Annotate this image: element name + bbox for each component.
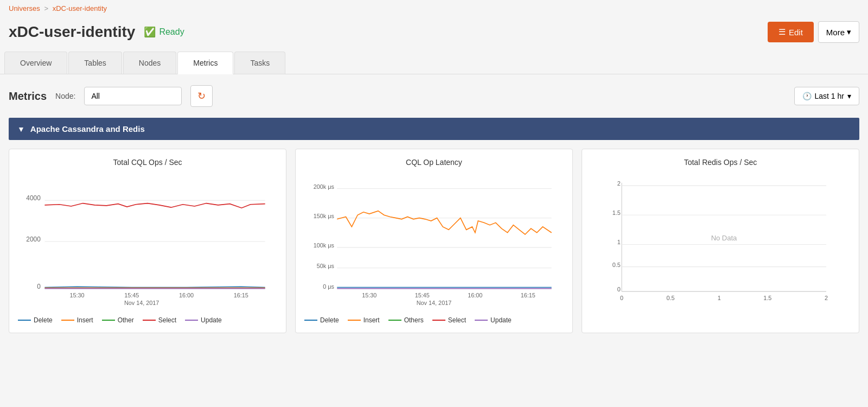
legend-latency-insert-line <box>348 320 361 321</box>
svg-text:No Data: No Data <box>711 234 737 242</box>
chart-cql-ops-legend: Delete Insert Other Select Update <box>18 316 277 324</box>
section-header[interactable]: ▼ Apache Cassandra and Redis <box>9 118 859 140</box>
legend-latency-insert-label: Insert <box>363 316 380 324</box>
svg-text:0: 0 <box>37 283 41 290</box>
check-circle-icon: ✅ <box>144 26 156 38</box>
edit-icon: ☰ <box>778 27 786 37</box>
svg-text:Nov 14, 2017: Nov 14, 2017 <box>417 300 451 306</box>
time-range-button[interactable]: 🕐 Last 1 hr ▾ <box>794 87 859 105</box>
time-range-label: Last 1 hr <box>815 92 844 100</box>
svg-text:15:45: 15:45 <box>415 292 430 298</box>
legend-insert-line <box>61 320 74 321</box>
svg-text:4000: 4000 <box>26 194 41 202</box>
legend-other-line <box>102 320 115 321</box>
svg-text:Nov 14, 2017: Nov 14, 2017 <box>124 300 159 306</box>
svg-text:0: 0 <box>617 286 621 292</box>
chevron-down-icon: ▾ <box>847 92 851 100</box>
legend-latency-update: Update <box>475 316 512 324</box>
svg-text:16:15: 16:15 <box>521 292 535 298</box>
svg-text:0.5: 0.5 <box>666 295 674 301</box>
svg-text:16:15: 16:15 <box>234 292 248 298</box>
svg-text:150k μs: 150k μs <box>314 213 335 219</box>
tab-metrics[interactable]: Metrics <box>177 52 233 74</box>
chart-cql-latency-svg: 200k μs 150k μs 100k μs 50k μs 0 μs 15:3… <box>304 171 564 312</box>
svg-text:200k μs: 200k μs <box>314 183 335 190</box>
content-area: Metrics Node: All ↻ 🕐 Last 1 hr ▾ ▼ Apac… <box>0 74 868 344</box>
breadcrumb-universes[interactable]: Universes <box>9 4 40 12</box>
legend-latency-update-label: Update <box>490 316 512 324</box>
page-title-area: xDC-user-identity ✅ Ready <box>9 23 184 41</box>
metrics-header: Metrics Node: All ↻ 🕐 Last 1 hr ▾ <box>9 85 859 107</box>
metrics-title: Metrics <box>9 90 47 103</box>
legend-select-line <box>143 320 156 321</box>
chart-redis-ops: Total Redis Ops / Sec 2 1.5 1 0.5 0 <box>582 149 859 333</box>
node-label: Node: <box>55 92 75 100</box>
legend-select: Select <box>143 316 176 324</box>
svg-text:2000: 2000 <box>26 236 41 243</box>
svg-text:15:30: 15:30 <box>362 292 376 298</box>
legend-delete-line <box>18 320 31 321</box>
chevron-icon: ▼ <box>17 125 25 133</box>
chart-redis-ops-title: Total Redis Ops / Sec <box>591 158 850 167</box>
tab-tables[interactable]: Tables <box>68 52 122 74</box>
svg-text:2: 2 <box>825 295 828 301</box>
section-title: Apache Cassandra and Redis <box>30 124 145 133</box>
edit-button[interactable]: ☰ Edit <box>768 22 814 42</box>
tab-tasks[interactable]: Tasks <box>234 52 285 74</box>
chart-redis-ops-svg: 2 1.5 1 0.5 0 0 0.5 <box>591 171 850 312</box>
breadcrumb-universe-name[interactable]: xDC-user-identity <box>53 4 107 12</box>
status-text: Ready <box>159 27 184 37</box>
legend-select-label: Select <box>158 316 176 324</box>
status-badge: ✅ Ready <box>144 26 184 38</box>
legend-insert: Insert <box>61 316 93 324</box>
legend-delete: Delete <box>18 316 53 324</box>
legend-latency-delete: Delete <box>304 316 339 324</box>
clock-icon: 🕐 <box>802 92 812 100</box>
refresh-button[interactable]: ↻ <box>190 85 213 107</box>
legend-update: Update <box>185 316 222 324</box>
svg-text:2: 2 <box>617 180 621 187</box>
tab-overview[interactable]: Overview <box>4 52 67 74</box>
tab-bar: Overview Tables Nodes Metrics Tasks <box>0 52 868 74</box>
svg-text:16:00: 16:00 <box>468 292 482 298</box>
legend-latency-update-line <box>475 320 488 321</box>
svg-text:50k μs: 50k μs <box>317 263 335 269</box>
chart-cql-ops-svg: 4000 2000 0 15:30 15:45 16:00 16:15 Nov … <box>18 171 277 312</box>
svg-text:0.5: 0.5 <box>612 262 621 268</box>
more-button[interactable]: More ▾ <box>818 21 859 43</box>
legend-latency-insert: Insert <box>348 316 380 324</box>
tab-nodes[interactable]: Nodes <box>123 52 176 74</box>
svg-text:1.5: 1.5 <box>763 295 771 301</box>
node-select[interactable]: All <box>84 87 182 105</box>
legend-latency-others-label: Others <box>404 316 424 324</box>
legend-latency-delete-line <box>304 320 317 321</box>
legend-update-label: Update <box>201 316 222 324</box>
legend-update-line <box>185 320 198 321</box>
chart-cql-latency-area: 200k μs 150k μs 100k μs 50k μs 0 μs 15:3… <box>304 171 564 312</box>
chart-cql-ops-area: 4000 2000 0 15:30 15:45 16:00 16:15 Nov … <box>18 171 277 312</box>
chart-cql-latency-title: CQL Op Latency <box>304 158 564 167</box>
chart-cql-ops-title: Total CQL Ops / Sec <box>18 158 277 167</box>
page-header: xDC-user-identity ✅ Ready ☰ Edit More ▾ <box>0 17 868 52</box>
chart-cql-ops: Total CQL Ops / Sec 4000 2000 0 15:30 15… <box>9 149 286 333</box>
legend-other: Other <box>102 316 134 324</box>
breadcrumb: Universes > xDC-user-identity <box>0 0 868 17</box>
chart-cql-latency: CQL Op Latency 200k μs 150k μs 100k μs 5… <box>295 149 573 333</box>
legend-other-label: Other <box>118 316 134 324</box>
node-select-wrapper: All <box>84 87 182 105</box>
legend-insert-label: Insert <box>77 316 93 324</box>
svg-text:16:00: 16:00 <box>179 292 194 298</box>
page-title: xDC-user-identity <box>9 23 135 41</box>
legend-latency-select-label: Select <box>448 316 466 324</box>
legend-latency-others: Others <box>388 316 424 324</box>
legend-latency-select-line <box>432 320 445 321</box>
header-actions: ☰ Edit More ▾ <box>768 21 859 43</box>
chart-cql-latency-legend: Delete Insert Others Select Update <box>304 316 564 324</box>
svg-text:0 μs: 0 μs <box>323 283 334 290</box>
svg-text:1.5: 1.5 <box>612 209 621 216</box>
svg-text:1: 1 <box>617 239 621 245</box>
svg-text:15:30: 15:30 <box>69 292 84 298</box>
svg-text:100k μs: 100k μs <box>314 242 335 249</box>
svg-text:1: 1 <box>718 295 721 301</box>
svg-text:15:45: 15:45 <box>124 292 139 298</box>
